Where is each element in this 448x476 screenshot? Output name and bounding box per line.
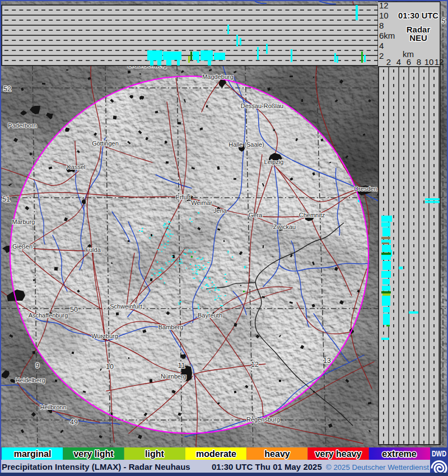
svg-text:2: 2 <box>386 57 391 67</box>
svg-text:10: 10 <box>379 11 389 20</box>
svg-text:12: 12 <box>251 361 259 368</box>
svg-text:8: 8 <box>379 21 384 30</box>
svg-text:Bamberg: Bamberg <box>158 324 184 330</box>
svg-text:01:30 UTC Thu 01 May 2025: 01:30 UTC Thu 01 May 2025 <box>212 462 322 472</box>
svg-text:moderate: moderate <box>196 449 236 459</box>
svg-text:6km: 6km <box>379 31 395 40</box>
svg-text:2: 2 <box>379 51 384 60</box>
svg-text:Würzburg: Würzburg <box>91 333 118 339</box>
svg-text:49: 49 <box>70 418 78 426</box>
svg-text:Erfurt: Erfurt <box>176 194 191 200</box>
svg-text:5: 5 <box>442 17 446 25</box>
svg-text:Kassel: Kassel <box>67 164 85 170</box>
svg-text:Bayreuth: Bayreuth <box>198 312 222 319</box>
svg-text:Gießen: Gießen <box>12 243 32 250</box>
svg-text:9: 9 <box>36 362 40 370</box>
svg-text:8: 8 <box>417 57 421 67</box>
svg-text:11: 11 <box>178 362 185 370</box>
svg-text:51: 51 <box>2 195 10 203</box>
svg-text:Halle (Saale): Halle (Saale) <box>228 141 264 148</box>
svg-text:Weimar: Weimar <box>191 199 212 206</box>
svg-text:very heavy: very heavy <box>315 449 362 459</box>
svg-text:Marburg: Marburg <box>12 218 35 225</box>
svg-text:extreme: extreme <box>382 449 416 459</box>
svg-text:Magdeburg: Magdeburg <box>202 73 234 80</box>
svg-text:Paderborn: Paderborn <box>8 122 36 129</box>
svg-text:Dresden: Dresden <box>354 185 377 192</box>
svg-text:4: 4 <box>396 57 401 67</box>
svg-text:01:30 UTC: 01:30 UTC <box>398 11 438 20</box>
svg-text:DWD: DWD <box>432 449 446 458</box>
svg-text:10: 10 <box>424 57 434 67</box>
svg-text:NEU: NEU <box>409 33 427 43</box>
svg-text:Gera: Gera <box>249 212 263 218</box>
svg-text:Heilbronn: Heilbronn <box>40 404 66 410</box>
svg-text:© 2025 Deutscher Wetterdienst: © 2025 Deutscher Wetterdienst <box>326 463 429 472</box>
svg-text:50: 50 <box>70 306 78 314</box>
svg-text:Jena: Jena <box>213 207 227 214</box>
svg-text:Nürnberg: Nürnberg <box>161 373 186 380</box>
svg-text:12: 12 <box>435 57 444 67</box>
svg-text:Zwickau: Zwickau <box>273 223 296 230</box>
svg-text:Fulda: Fulda <box>85 246 101 253</box>
svg-text:Chemnitz: Chemnitz <box>299 212 325 218</box>
svg-text:10: 10 <box>106 363 114 371</box>
svg-text:Dessau-Roßlau: Dessau-Roßlau <box>241 102 283 109</box>
svg-text:52: 52 <box>3 85 11 93</box>
svg-text:Aschaffenburg: Aschaffenburg <box>29 312 68 319</box>
svg-text:Schweinfurt: Schweinfurt <box>110 303 142 310</box>
svg-text:Göttingen: Göttingen <box>92 140 119 147</box>
svg-text:12: 12 <box>379 1 389 10</box>
svg-text:very light: very light <box>73 449 114 459</box>
svg-text:Precipitation Intensity (LMAX): Precipitation Intensity (LMAX) - Radar N… <box>2 462 190 472</box>
svg-text:light: light <box>145 449 164 459</box>
svg-text:heavy: heavy <box>264 449 290 459</box>
svg-text:Heidelberg: Heidelberg <box>15 377 45 384</box>
svg-text:6: 6 <box>407 57 411 67</box>
svg-text:Regensburg: Regensburg <box>246 416 280 423</box>
svg-text:Leipzig: Leipzig <box>264 158 284 165</box>
svg-text:marginal: marginal <box>14 449 52 459</box>
svg-text:13: 13 <box>323 357 331 365</box>
svg-text:4: 4 <box>379 41 384 50</box>
